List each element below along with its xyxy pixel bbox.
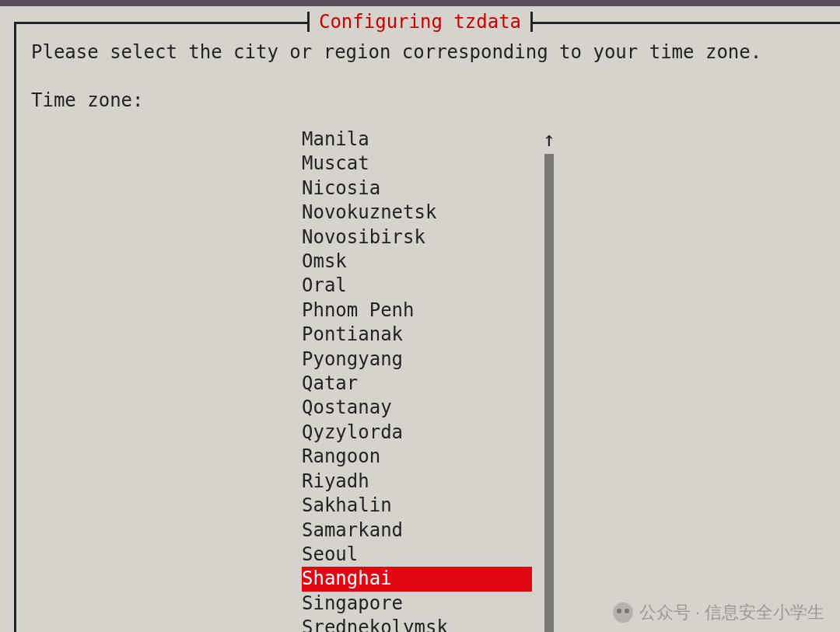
list-item[interactable]: Oral: [302, 274, 532, 298]
dialog-content: Please select the city or region corresp…: [31, 40, 824, 113]
list-item[interactable]: Pyongyang: [302, 347, 532, 372]
list-item[interactable]: Samarkand: [302, 519, 532, 543]
list-item[interactable]: Muscat: [302, 152, 532, 176]
list-item[interactable]: Qyzylorda: [302, 421, 532, 445]
list-item[interactable]: Nicosia: [302, 176, 532, 201]
list-item[interactable]: Pontianak: [302, 323, 532, 347]
list-item[interactable]: Srednekolymsk: [302, 616, 532, 632]
list-item[interactable]: Shanghai: [302, 567, 532, 591]
list-item[interactable]: Singapore: [302, 592, 532, 616]
list-item[interactable]: Phnom Penh: [302, 299, 532, 323]
tui-dialog: Configuring tzdata Please select the cit…: [0, 6, 840, 632]
list-item[interactable]: Qostanay: [302, 396, 532, 420]
list-item[interactable]: Sakhalin: [302, 494, 532, 518]
scroll-up-arrow[interactable]: ↑: [543, 127, 555, 152]
list-item[interactable]: Rangoon: [302, 445, 532, 469]
list-item[interactable]: Qatar: [302, 372, 532, 396]
list-item[interactable]: Riyadh: [302, 470, 532, 494]
wechat-icon: [613, 602, 633, 623]
list-item[interactable]: Omsk: [302, 250, 532, 274]
dialog-prompt: Please select the city or region corresp…: [31, 40, 824, 65]
time-zone-label: Time zone:: [31, 89, 824, 113]
list-item[interactable]: Manila: [302, 127, 532, 152]
time-zone-list[interactable]: ManilaMuscatNicosiaNovokuznetskNovosibir…: [302, 127, 532, 632]
list-item[interactable]: Seoul: [302, 543, 532, 567]
watermark: 公众号 · 信息安全小学生: [613, 601, 824, 624]
list-item[interactable]: Novokuznetsk: [302, 201, 532, 225]
list-item[interactable]: Novosibirsk: [302, 225, 532, 250]
watermark-text: 公众号 · 信息安全小学生: [639, 601, 824, 624]
scroll-track[interactable]: [544, 154, 554, 632]
